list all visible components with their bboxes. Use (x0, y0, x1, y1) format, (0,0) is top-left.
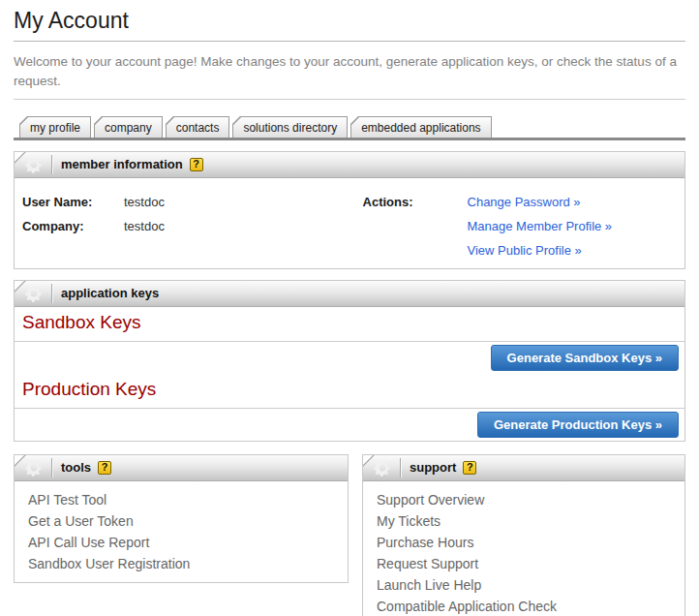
my-tickets-link[interactable]: My Tickets (377, 510, 671, 532)
get-user-token-link[interactable]: Get a User Token (28, 510, 334, 532)
tab-label: solutions directory (243, 121, 337, 135)
welcome-text: Welcome to your account page! Make chang… (14, 52, 685, 92)
tab-my-profile[interactable]: my profile (19, 116, 91, 138)
api-test-tool-link[interactable]: API Test Tool (28, 489, 334, 510)
member-information-header: member information ? (15, 152, 684, 178)
tools-links: API Test Tool Get a User Token API Call … (15, 481, 348, 582)
generate-sandbox-keys-button[interactable]: Generate Sandbox Keys » (491, 345, 679, 371)
tab-contacts[interactable]: contacts (166, 116, 230, 138)
gear-icon (374, 459, 391, 477)
view-public-profile-link[interactable]: View Public Profile » (468, 242, 613, 259)
tools-section: tools ? API Test Tool Get a User Token A… (14, 454, 349, 583)
compatible-application-check-link[interactable]: Compatible Application Check (377, 596, 671, 616)
gear-icon (25, 459, 43, 477)
header-divider (400, 458, 401, 477)
tab-strip: my profile company contacts solutions di… (14, 116, 685, 140)
member-fields: User Name:testdoc Company:testdoc (22, 194, 363, 259)
bottom-sections: tools ? API Test Tool Get a User Token A… (14, 454, 685, 616)
generate-production-keys-button[interactable]: Generate Production Keys » (477, 412, 679, 438)
actions-label: Actions: (363, 194, 468, 259)
section-title: member information (61, 157, 183, 171)
field-value: testdoc (124, 219, 165, 233)
tab-label: company (105, 121, 152, 135)
production-keys-row: Generate Production Keys » (15, 409, 684, 441)
help-icon[interactable]: ? (190, 158, 203, 171)
tab-solutions-directory[interactable]: solutions directory (232, 116, 348, 138)
purchase-hours-link[interactable]: Purchase Hours (377, 532, 671, 553)
launch-live-help-link[interactable]: Launch Live Help (377, 574, 671, 596)
support-overview-link[interactable]: Support Overview (377, 489, 671, 510)
header-divider (51, 458, 52, 477)
section-title: application keys (61, 286, 159, 300)
tools-header: tools ? (15, 455, 348, 481)
tab-embedded-applications[interactable]: embedded applications (350, 116, 491, 138)
gear-icon (25, 156, 43, 173)
support-section: support ? Support Overview My Tickets Pu… (362, 454, 685, 616)
sandbox-user-registration-link[interactable]: Sandbox User Registration (28, 553, 334, 574)
sandbox-keys-heading: Sandbox Keys (15, 307, 684, 342)
page-title: My Account (14, 8, 685, 34)
field-label: User Name: (22, 194, 124, 210)
application-keys-header: application keys (15, 281, 684, 307)
help-icon[interactable]: ? (98, 461, 111, 475)
request-support-link[interactable]: Request Support (377, 553, 671, 574)
field-label: Company: (22, 218, 124, 234)
title-divider (14, 41, 685, 42)
header-divider (51, 155, 52, 174)
welcome-divider (14, 99, 685, 100)
member-information-section: member information ? User Name:testdoc C… (14, 151, 685, 269)
section-title: tools (61, 460, 91, 475)
manage-member-profile-link[interactable]: Manage Member Profile » (468, 218, 613, 234)
sandbox-keys-row: Generate Sandbox Keys » (15, 342, 684, 374)
application-keys-section: application keys Sandbox Keys Generate S… (14, 280, 685, 442)
support-links: Support Overview My Tickets Purchase Hou… (363, 481, 684, 616)
field-row-company: Company:testdoc (22, 218, 363, 234)
tab-label: embedded applications (361, 121, 480, 135)
api-call-use-report-link[interactable]: API Call Use Report (28, 532, 334, 553)
field-row-username: User Name:testdoc (22, 194, 363, 210)
member-actions: Actions: Change Password » Manage Member… (363, 194, 677, 259)
tab-label: contacts (176, 121, 220, 135)
my-account-page: My Account Welcome to your account page!… (0, 8, 699, 616)
production-keys-heading: Production Keys (15, 374, 684, 409)
section-title: support (410, 460, 456, 475)
change-password-link[interactable]: Change Password » (468, 194, 613, 210)
gear-icon (25, 285, 43, 302)
member-information-content: User Name:testdoc Company:testdoc Action… (15, 178, 684, 268)
support-header: support ? (363, 455, 684, 481)
help-icon[interactable]: ? (463, 461, 476, 475)
actions-links: Change Password » Manage Member Profile … (468, 194, 613, 259)
tab-label: my profile (30, 121, 80, 135)
tab-company[interactable]: company (94, 116, 163, 138)
field-value: testdoc (124, 195, 165, 209)
header-divider (51, 284, 52, 303)
